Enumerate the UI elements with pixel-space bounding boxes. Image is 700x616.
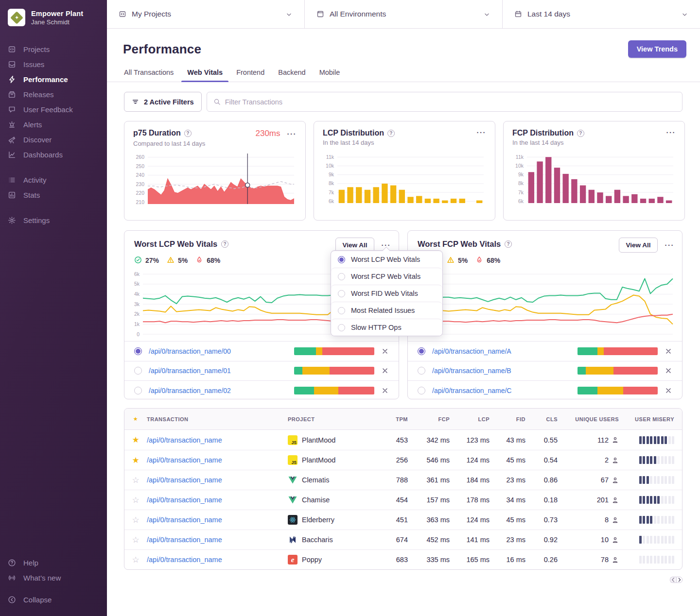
- close-icon[interactable]: [381, 387, 389, 394]
- close-icon[interactable]: [665, 347, 672, 355]
- project-cell: Baccharis: [288, 535, 377, 545]
- star-outline-icon[interactable]: ☆: [124, 476, 147, 484]
- tab-frontend[interactable]: Frontend: [229, 65, 271, 82]
- org-switcher[interactable]: ✦ Empower Plant Jane Schmidt: [0, 6, 107, 29]
- transaction-link[interactable]: /api/0/transaction_name/B: [432, 367, 571, 375]
- ellipsis-icon[interactable]: ···: [666, 129, 676, 136]
- column-header-project[interactable]: PROJECT: [288, 416, 377, 422]
- close-icon[interactable]: [381, 347, 389, 355]
- transaction-radio[interactable]: [134, 347, 142, 355]
- transaction-link[interactable]: /api/0/transaction_name: [147, 456, 288, 464]
- date-range-picker[interactable]: Last 14 days: [502, 0, 700, 28]
- menu-radio[interactable]: [338, 324, 345, 331]
- view-trends-button[interactable]: View Trends: [628, 40, 686, 58]
- transaction-radio[interactable]: [418, 367, 425, 375]
- help-icon[interactable]: ?: [505, 240, 512, 248]
- menu-radio[interactable]: [338, 307, 345, 314]
- column-header-tpm[interactable]: TPM: [377, 416, 408, 422]
- transaction-link[interactable]: /api/0/transaction_name/A: [432, 347, 571, 355]
- view-all-button[interactable]: View All: [619, 238, 657, 253]
- sidebar-item-collapse[interactable]: Collapse: [0, 592, 107, 607]
- menu-item-slow-http-ops[interactable]: Slow HTTP Ops: [331, 319, 442, 336]
- star-filled-icon[interactable]: ★: [124, 456, 147, 464]
- close-icon[interactable]: [381, 367, 389, 375]
- tab-all-transactions[interactable]: All Transactions: [117, 65, 180, 82]
- ellipsis-icon[interactable]: ···: [287, 130, 297, 137]
- sidebar-item-alerts[interactable]: Alerts: [0, 117, 107, 132]
- transaction-link[interactable]: /api/0/transaction_name/C: [432, 387, 571, 394]
- sidebar-item-user-feedback[interactable]: User Feedback: [0, 102, 107, 117]
- transaction-row: /api/0/transaction_name/01: [124, 361, 399, 381]
- column-header-user-misery[interactable]: USER MISERY: [619, 416, 674, 422]
- star-outline-icon[interactable]: ☆: [124, 496, 147, 504]
- star-filled-icon[interactable]: ★: [124, 436, 147, 444]
- transaction-link[interactable]: /api/0/transaction_name: [147, 536, 288, 544]
- lcp-value: 124 ms: [450, 456, 490, 464]
- sidebar-item-stats[interactable]: Stats: [0, 188, 107, 203]
- next-page-button[interactable]: [676, 577, 682, 583]
- sidebar-item-dashboards[interactable]: Dashboards: [0, 147, 107, 162]
- table-row: ☆/api/0/transaction_nameChamise454157 ms…: [124, 490, 682, 510]
- help-icon[interactable]: ?: [184, 130, 192, 137]
- transaction-link[interactable]: /api/0/transaction_name/00: [149, 347, 287, 355]
- sidebar-item-what-s-new[interactable]: What’s new: [0, 570, 107, 585]
- star-outline-icon[interactable]: ☆: [124, 516, 147, 524]
- transaction-radio[interactable]: [134, 367, 142, 375]
- column-header-fcp[interactable]: FCP: [408, 416, 450, 422]
- star-column-header[interactable]: ★: [124, 416, 147, 422]
- close-icon[interactable]: [665, 367, 672, 375]
- svg-text:4k: 4k: [134, 291, 140, 297]
- project-picker[interactable]: My Projects: [107, 0, 304, 28]
- close-icon[interactable]: [665, 387, 672, 394]
- menu-item-worst-fid-web-vitals[interactable]: Worst FID Web Vitals: [331, 285, 442, 302]
- sidebar-item-activity[interactable]: Activity: [0, 172, 107, 188]
- tab-web-vitals[interactable]: Web Vitals: [180, 65, 229, 82]
- search-input[interactable]: [225, 98, 676, 106]
- sidebar-item-releases[interactable]: Releases: [0, 87, 107, 102]
- transaction-link[interactable]: /api/0/transaction_name: [147, 516, 288, 524]
- help-icon[interactable]: ?: [577, 130, 584, 137]
- column-header-transaction[interactable]: TRANSACTION: [147, 416, 288, 422]
- transaction-link[interactable]: /api/0/transaction_name: [147, 476, 288, 484]
- column-header-unique-users[interactable]: UNIQUE USERS: [558, 416, 619, 422]
- column-header-lcp[interactable]: LCP: [450, 416, 490, 422]
- transaction-link[interactable]: /api/0/transaction_name: [147, 436, 288, 444]
- svg-text:10k: 10k: [326, 163, 334, 169]
- meh-segment: [597, 347, 604, 355]
- active-filters-button[interactable]: 2 Active Filters: [124, 92, 202, 112]
- previous-page-button[interactable]: [670, 577, 676, 583]
- transaction-link[interactable]: /api/0/transaction_name/02: [149, 387, 287, 394]
- transaction-search[interactable]: [207, 92, 682, 112]
- transaction-radio[interactable]: [134, 387, 142, 394]
- star-outline-icon[interactable]: ☆: [124, 556, 147, 564]
- menu-radio[interactable]: [338, 273, 345, 280]
- sidebar-item-performance[interactable]: Performance: [0, 72, 107, 87]
- ellipsis-icon[interactable]: ···: [477, 129, 487, 136]
- sidebar-item-discover[interactable]: Discover: [0, 132, 107, 147]
- ellipsis-icon[interactable]: ···: [665, 241, 675, 249]
- sidebar-item-projects[interactable]: Projects: [0, 42, 107, 57]
- card-title: Worst FCP Web Vitals: [418, 240, 501, 249]
- menu-item-most-related-issues[interactable]: Most Related Issues: [331, 302, 442, 319]
- transaction-link[interactable]: /api/0/transaction_name/01: [149, 367, 287, 375]
- column-header-cls[interactable]: CLS: [525, 416, 558, 422]
- transaction-radio[interactable]: [418, 387, 425, 394]
- sidebar-item-help[interactable]: Help: [0, 555, 107, 570]
- star-outline-icon[interactable]: ☆: [124, 536, 147, 544]
- transaction-radio[interactable]: [418, 347, 425, 355]
- transaction-link[interactable]: /api/0/transaction_name: [147, 496, 288, 504]
- vue-platform-icon: [288, 475, 298, 485]
- tab-backend[interactable]: Backend: [271, 65, 312, 82]
- transaction-link[interactable]: /api/0/transaction_name: [147, 556, 288, 564]
- unique-users-cell: 67: [558, 476, 619, 484]
- menu-radio[interactable]: [338, 256, 345, 263]
- column-header-fid[interactable]: FID: [490, 416, 525, 422]
- help-icon[interactable]: ?: [221, 240, 228, 248]
- menu-radio[interactable]: [338, 290, 345, 297]
- environment-picker[interactable]: All Environments: [304, 0, 502, 28]
- sidebar-item-settings[interactable]: Settings: [0, 213, 107, 228]
- sidebar-item-issues[interactable]: Issues: [0, 57, 107, 72]
- menu-item-worst-fcp-web-vitals[interactable]: Worst FCP Web Vitals: [331, 268, 442, 285]
- help-icon[interactable]: ?: [387, 130, 395, 137]
- tab-mobile[interactable]: Mobile: [313, 65, 347, 82]
